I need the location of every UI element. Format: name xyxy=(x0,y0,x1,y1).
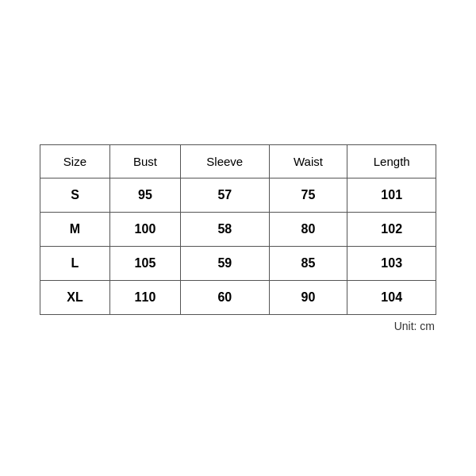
cell-r2-c2: 59 xyxy=(181,246,270,280)
size-chart-container: Size Bust Sleeve Waist Length S955775101… xyxy=(40,144,436,332)
col-header-waist: Waist xyxy=(269,144,347,178)
cell-r2-c4: 103 xyxy=(347,246,436,280)
cell-r3-c3: 90 xyxy=(269,280,347,314)
cell-r1-c2: 58 xyxy=(181,212,270,246)
col-header-size: Size xyxy=(40,144,110,178)
col-header-sleeve: Sleeve xyxy=(181,144,270,178)
cell-r1-c1: 100 xyxy=(109,212,180,246)
cell-r3-c0: XL xyxy=(40,280,110,314)
cell-r3-c2: 60 xyxy=(181,280,270,314)
size-chart-table: Size Bust Sleeve Waist Length S955775101… xyxy=(40,144,436,315)
cell-r2-c1: 105 xyxy=(109,246,180,280)
table-row: L1055985103 xyxy=(40,246,436,280)
cell-r2-c0: L xyxy=(40,246,110,280)
cell-r3-c4: 104 xyxy=(347,280,436,314)
unit-label: Unit: cm xyxy=(394,320,436,332)
cell-r2-c3: 85 xyxy=(269,246,347,280)
cell-r0-c0: S xyxy=(40,178,110,212)
cell-r1-c0: M xyxy=(40,212,110,246)
cell-r0-c3: 75 xyxy=(269,178,347,212)
table-row: M1005880102 xyxy=(40,212,436,246)
cell-r0-c2: 57 xyxy=(181,178,270,212)
cell-r1-c4: 102 xyxy=(347,212,436,246)
cell-r1-c3: 80 xyxy=(269,212,347,246)
cell-r0-c1: 95 xyxy=(109,178,180,212)
table-row: XL1106090104 xyxy=(40,280,436,314)
table-header-row: Size Bust Sleeve Waist Length xyxy=(40,144,436,178)
cell-r3-c1: 110 xyxy=(109,280,180,314)
cell-r0-c4: 101 xyxy=(347,178,436,212)
col-header-length: Length xyxy=(347,144,436,178)
col-header-bust: Bust xyxy=(109,144,180,178)
table-row: S955775101 xyxy=(40,178,436,212)
